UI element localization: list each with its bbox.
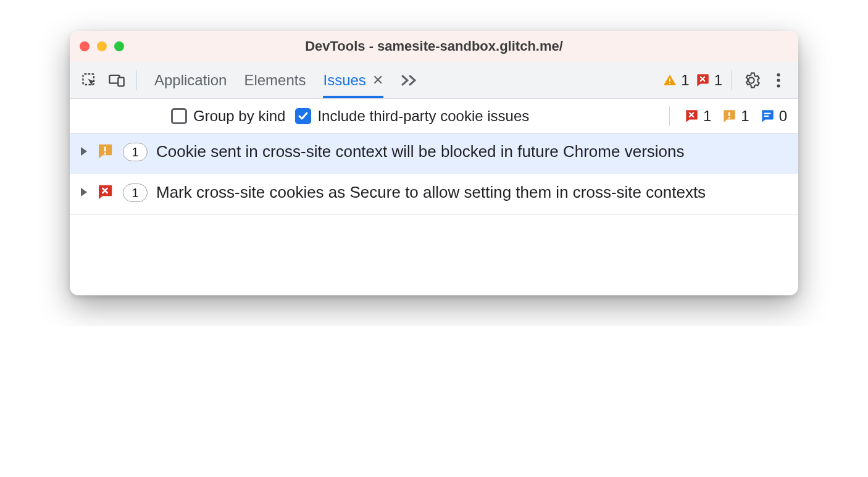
summary-info-count[interactable]: 0 bbox=[759, 108, 787, 125]
issue-count-badge: 1 bbox=[123, 143, 148, 161]
traffic-lights bbox=[80, 41, 124, 51]
tab-elements[interactable]: Elements bbox=[244, 62, 306, 98]
svg-rect-8 bbox=[728, 112, 730, 116]
svg-rect-3 bbox=[669, 78, 670, 82]
more-tabs-button[interactable] bbox=[401, 62, 418, 98]
tab-application[interactable]: Application bbox=[154, 62, 227, 98]
expand-triangle-icon[interactable] bbox=[81, 147, 87, 156]
chevron-double-right-icon bbox=[401, 74, 418, 87]
devices-icon bbox=[108, 72, 125, 89]
issue-title: Mark cross-site cookies as Secure to all… bbox=[156, 182, 787, 203]
warning-bubble-icon bbox=[721, 108, 737, 124]
settings-button[interactable] bbox=[740, 69, 762, 91]
close-tab-icon[interactable]: ✕ bbox=[372, 72, 383, 88]
issue-title: Cookie sent in cross-site context will b… bbox=[156, 141, 787, 163]
devtools-window: DevTools - samesite-sandbox.glitch.me/ A… bbox=[70, 31, 798, 295]
svg-rect-12 bbox=[104, 147, 106, 152]
summary-info-value: 0 bbox=[779, 108, 787, 125]
include-third-party-label: Include third-party cookie issues bbox=[317, 108, 529, 125]
issues-list: 1 Cookie sent in cross-site context will… bbox=[70, 133, 798, 215]
svg-point-5 bbox=[777, 73, 780, 76]
include-third-party-checkbox[interactable]: Include third-party cookie issues bbox=[295, 108, 529, 125]
header-error-count[interactable]: 1 bbox=[695, 72, 722, 89]
summary-error-value: 1 bbox=[703, 108, 711, 125]
tab-issues[interactable]: Issues ✕ bbox=[323, 62, 383, 98]
toolbar-divider bbox=[669, 106, 670, 126]
tab-label: Elements bbox=[244, 72, 306, 89]
header-warning-count[interactable]: 1 bbox=[662, 72, 689, 89]
minimize-window-button[interactable] bbox=[97, 41, 107, 51]
error-bubble-icon bbox=[96, 183, 114, 207]
error-count-value: 1 bbox=[714, 72, 722, 89]
summary-warning-value: 1 bbox=[741, 108, 749, 125]
group-by-kind-checkbox[interactable]: Group by kind bbox=[171, 108, 285, 125]
warning-count-value: 1 bbox=[681, 72, 689, 89]
error-bubble-icon bbox=[683, 108, 699, 124]
svg-rect-10 bbox=[764, 112, 770, 114]
summary-warning-count[interactable]: 1 bbox=[721, 108, 749, 125]
maximize-window-button[interactable] bbox=[114, 41, 124, 51]
svg-rect-11 bbox=[764, 115, 769, 116]
issue-count-badge: 1 bbox=[123, 184, 148, 202]
warning-triangle-icon bbox=[662, 73, 677, 88]
expand-triangle-icon[interactable] bbox=[81, 188, 87, 196]
issue-row[interactable]: 1 Mark cross-site cookies as Secure to a… bbox=[70, 174, 798, 215]
svg-point-6 bbox=[777, 78, 780, 82]
toolbar-divider bbox=[136, 70, 137, 90]
issue-row[interactable]: 1 Cookie sent in cross-site context will… bbox=[70, 133, 798, 174]
more-options-button[interactable] bbox=[767, 69, 790, 91]
svg-rect-13 bbox=[104, 153, 106, 154]
group-by-kind-label: Group by kind bbox=[193, 108, 285, 125]
main-toolbar: Application Elements Issues ✕ bbox=[70, 62, 798, 99]
tab-label: Issues bbox=[323, 72, 365, 89]
svg-rect-9 bbox=[728, 117, 730, 119]
summary-error-count[interactable]: 1 bbox=[683, 108, 711, 125]
svg-point-7 bbox=[777, 84, 780, 87]
toolbar-divider bbox=[731, 70, 732, 90]
svg-rect-4 bbox=[669, 83, 670, 84]
checkbox-checked-icon bbox=[295, 108, 311, 124]
error-bubble-icon bbox=[695, 72, 711, 88]
checkbox-unchecked-icon bbox=[171, 108, 187, 124]
empty-space bbox=[70, 215, 798, 295]
inspect-icon bbox=[81, 72, 98, 89]
warning-bubble-icon bbox=[96, 142, 114, 166]
tab-label: Application bbox=[154, 72, 227, 89]
info-bubble-icon bbox=[759, 108, 775, 124]
titlebar: DevTools - samesite-sandbox.glitch.me/ bbox=[70, 31, 798, 62]
inspect-element-button[interactable] bbox=[78, 69, 101, 91]
panel-tabs: Application Elements Issues ✕ bbox=[154, 62, 418, 98]
window-title: DevTools - samesite-sandbox.glitch.me/ bbox=[70, 38, 798, 54]
issues-toolbar: Group by kind Include third-party cookie… bbox=[70, 99, 798, 133]
device-toolbar-button[interactable] bbox=[106, 69, 128, 91]
svg-rect-2 bbox=[118, 77, 123, 86]
gear-icon bbox=[743, 72, 760, 89]
close-window-button[interactable] bbox=[80, 41, 90, 51]
kebab-menu-icon bbox=[776, 72, 781, 88]
